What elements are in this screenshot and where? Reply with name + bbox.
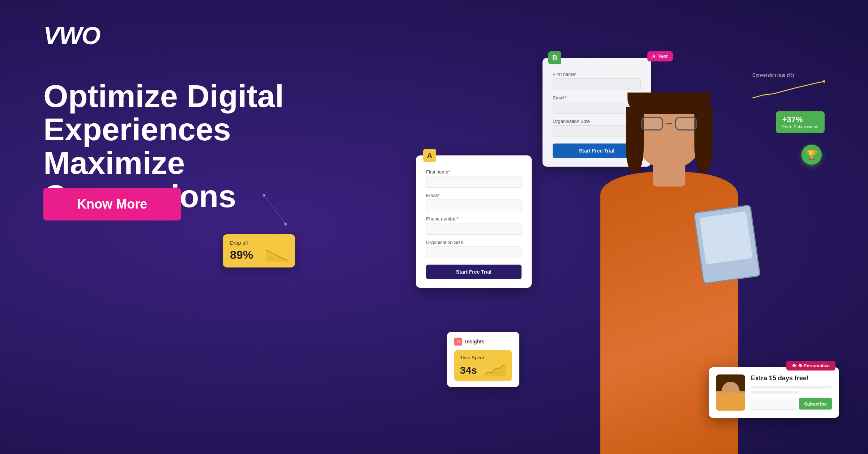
dropoff-sparkline [266, 247, 288, 262]
conversion-chart: Conversion rate (%) [752, 72, 825, 102]
form-a-org-size[interactable] [426, 247, 522, 258]
form-b-badge: B [548, 51, 561, 64]
time-spent-widget: Time Spent 34s [454, 350, 512, 381]
svg-marker-5 [266, 250, 288, 262]
insights-title: Insights [465, 339, 485, 344]
subscribe-input[interactable] [751, 398, 796, 410]
svg-point-7 [823, 80, 825, 83]
form-a-badge: A [423, 149, 436, 162]
conversion-badge: +37% Form Submissions [776, 111, 825, 133]
svg-marker-4 [485, 365, 506, 376]
trophy-badge: 🏆 [801, 145, 822, 165]
subscribe-button[interactable]: Subscribe [799, 398, 832, 410]
know-more-button[interactable]: Know More [43, 188, 181, 220]
dropoff-card: Drop off 89% [223, 234, 299, 267]
personalize-avatar [716, 374, 745, 411]
form-a-firstname[interactable] [426, 176, 522, 188]
personalize-badge: ⊕ ⊕ Personalize [786, 361, 835, 371]
form-b-firstname[interactable] [553, 78, 641, 90]
time-sparkline [485, 362, 506, 376]
form-a-card: A First name* Email* Phone number* Organ… [416, 155, 532, 288]
vwo-logo: VWO [43, 22, 116, 51]
conversion-sparkline [752, 80, 825, 102]
insights-icon: ⊙ [454, 338, 462, 346]
svg-text:VWO: VWO [43, 22, 101, 47]
form-a-phone[interactable] [426, 223, 522, 235]
form-a-email[interactable] [426, 200, 522, 211]
start-trial-button-a[interactable]: Start Free Trial [426, 265, 522, 279]
test-badge: A Test [647, 51, 673, 61]
personalize-card: ⊕ ⊕ Personalize Extra 15 days free! Subs… [709, 367, 839, 418]
